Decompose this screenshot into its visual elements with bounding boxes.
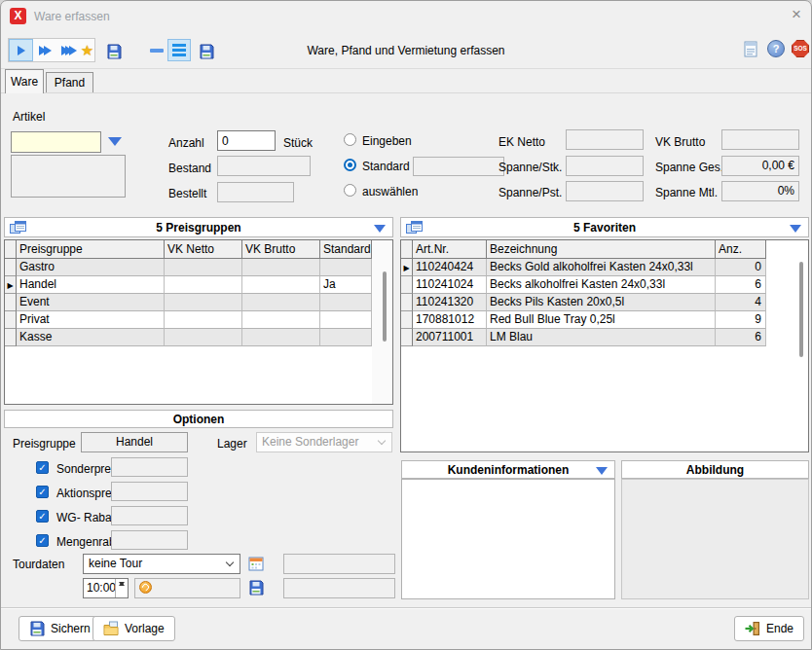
run-button[interactable] xyxy=(9,39,33,61)
preisgruppen-table[interactable]: Preisgruppe VK Netto VK Brutto Standard … xyxy=(4,239,393,405)
notes-button[interactable] xyxy=(742,40,759,57)
column-header[interactable]: Standard xyxy=(320,240,372,259)
bestellt-label: Bestellt xyxy=(168,187,206,200)
save-time-button[interactable] xyxy=(247,579,265,596)
column-header[interactable]: Bezeichnung xyxy=(487,240,716,259)
ende-button[interactable]: Ende xyxy=(734,616,804,641)
wg-rabatt-label: WG- Rabatt xyxy=(56,511,118,524)
aktionspreis-checkbox[interactable] xyxy=(36,486,49,498)
spanne-ges-field: 0,00 € xyxy=(721,156,799,176)
mengenrabatt-checkbox[interactable] xyxy=(36,534,49,547)
chevron-down-icon[interactable] xyxy=(596,467,608,475)
artikel-label: Artikel xyxy=(13,110,45,124)
list-icon xyxy=(172,42,186,58)
artikel-input[interactable] xyxy=(11,131,101,153)
spanne-pst-field xyxy=(566,181,644,201)
sichern-button[interactable]: Sichern xyxy=(18,616,101,641)
column-header[interactable]: Preisgruppe xyxy=(17,240,165,259)
vertical-scrollbar[interactable] xyxy=(372,240,392,404)
calendar-icon xyxy=(248,556,264,571)
bestellt-field xyxy=(217,182,294,202)
ware-erfassen-window: X Ware erfassen × ★ xyxy=(0,0,812,650)
favoriten-header[interactable]: 5 Favoriten xyxy=(400,217,809,237)
floppy-disk-icon xyxy=(106,44,122,59)
list-view-button[interactable] xyxy=(167,39,191,61)
mengenrabatt-field xyxy=(111,530,188,550)
column-header[interactable]: Anz. xyxy=(716,240,766,259)
kundeninformationen-header[interactable]: Kundeninformationen xyxy=(401,460,615,479)
star-icon: ★ xyxy=(81,42,93,59)
save-button-toolbar[interactable] xyxy=(105,40,123,62)
radio-auswaehlen-label: auswählen xyxy=(362,185,418,199)
toolbar: ★ Ware, Pfand und Vermietung erfassen xyxy=(1,30,811,69)
optionen-title: Optionen xyxy=(173,413,225,426)
spanne-mtl-label: Spanne Mtl. xyxy=(655,186,718,199)
spanne-mtl-value: 0% xyxy=(722,182,798,200)
anzahl-input[interactable] xyxy=(217,130,276,151)
minus-icon[interactable] xyxy=(150,49,164,53)
titlebar: X Ware erfassen × xyxy=(1,1,811,30)
chevron-down-icon[interactable] xyxy=(790,225,801,233)
scrollbar-thumb[interactable] xyxy=(799,262,803,357)
time-spinner[interactable]: 10:00 xyxy=(83,578,129,598)
vertical-scrollbar[interactable] xyxy=(766,240,808,451)
spanne-ges-label: Spanne Ges. xyxy=(655,161,723,174)
floppy-disk-icon xyxy=(199,44,214,59)
sos-icon[interactable]: SOS xyxy=(792,40,809,57)
artikel-dropdown-icon[interactable] xyxy=(108,137,122,146)
ek-netto-label: EK Netto xyxy=(498,135,545,149)
radio-standard[interactable] xyxy=(344,159,356,171)
door-exit-icon xyxy=(745,621,760,636)
toolbar-caption: Ware, Pfand und Vermietung erfassen xyxy=(307,44,504,57)
tourdaten-label: Tourdaten xyxy=(13,558,64,571)
refresh-icon[interactable] xyxy=(139,581,152,594)
aktionspreis-field xyxy=(111,482,188,501)
save-list-button[interactable] xyxy=(198,40,215,62)
abbildung-title: Abbildung xyxy=(686,463,744,477)
sonderpreis-checkbox[interactable] xyxy=(36,461,49,474)
floppy-disk-icon xyxy=(29,621,45,636)
favorite-button[interactable]: ★ xyxy=(80,39,94,61)
footer-separator xyxy=(1,607,811,609)
sichern-label: Sichern xyxy=(51,622,91,635)
vk-brutto-label: VK Brutto xyxy=(655,135,705,149)
sonderpreis-field xyxy=(111,457,188,477)
preisgruppe-label: Preisgruppe xyxy=(13,437,76,451)
vk-brutto-field xyxy=(721,129,799,150)
help-icon[interactable]: ? xyxy=(767,40,785,57)
spanne-stk-field xyxy=(566,156,644,176)
artikel-info-box xyxy=(11,155,126,198)
optionen-header: Optionen xyxy=(4,410,393,428)
run-fast-button[interactable] xyxy=(34,39,56,61)
radio-auswaehlen[interactable] xyxy=(344,184,356,197)
kundeninformationen-title: Kundeninformationen xyxy=(448,463,570,477)
favoriten-title: 5 Favoriten xyxy=(573,221,636,235)
preisgruppen-header[interactable]: 5 Preisgruppen xyxy=(4,217,393,237)
scrollbar-thumb[interactable] xyxy=(383,271,387,342)
wg-rabatt-field xyxy=(111,506,188,525)
tab-ware[interactable]: Ware xyxy=(5,69,44,93)
tour-select[interactable]: keine Tour xyxy=(83,554,240,574)
row-selector-arrow-icon xyxy=(5,276,17,294)
tab-pfand[interactable]: Pfand xyxy=(46,72,93,92)
abbildung-header: Abbildung xyxy=(621,460,809,479)
bestand-field xyxy=(217,156,311,176)
close-icon[interactable]: × xyxy=(786,4,807,25)
preisgruppen-title: 5 Preisgruppen xyxy=(156,221,240,235)
wg-rabatt-checkbox[interactable] xyxy=(36,510,49,523)
column-header[interactable]: VK Netto xyxy=(165,240,242,259)
radio-eingeben[interactable] xyxy=(344,133,356,146)
column-header[interactable]: Art.Nr. xyxy=(413,240,487,259)
favoriten-table[interactable]: Art.Nr. Bezeichnung Anz. 110240424 Becks… xyxy=(400,239,809,452)
chevron-down-icon[interactable] xyxy=(374,225,386,233)
app-icon: X xyxy=(10,8,26,24)
vorlage-button[interactable]: Vorlage xyxy=(92,616,175,641)
ende-label: Ende xyxy=(766,622,794,635)
anzahl-label: Anzahl xyxy=(168,136,204,150)
calendar-button[interactable] xyxy=(247,555,265,572)
radio-standard-label: Standard xyxy=(362,160,410,173)
radio-eingeben-label: Eingeben xyxy=(362,134,412,148)
column-header[interactable]: VK Brutto xyxy=(242,240,320,259)
ek-netto-field xyxy=(566,129,644,150)
run-batch-button[interactable] xyxy=(56,39,82,61)
